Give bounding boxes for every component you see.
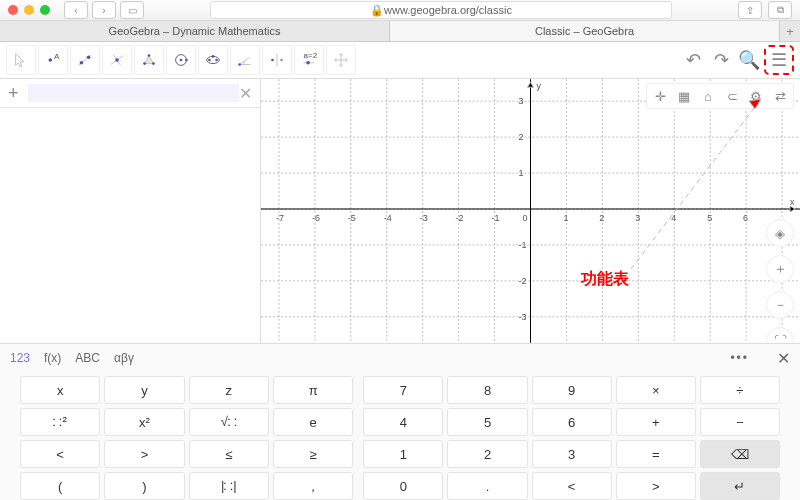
key-7[interactable]: 7 — [363, 376, 443, 404]
kb-more[interactable]: ••• — [730, 351, 749, 365]
key-,[interactable]: , — [273, 472, 353, 500]
svg-point-4 — [87, 56, 91, 60]
circle-tool[interactable] — [166, 45, 196, 75]
key-e[interactable]: e — [273, 408, 353, 436]
zoom-in[interactable]: ＋ — [766, 255, 794, 283]
svg-text:1: 1 — [519, 168, 524, 178]
kb-tab-fx[interactable]: f(x) — [44, 351, 61, 365]
sidebar-button[interactable]: ▭ — [120, 1, 144, 19]
key-≥[interactable]: ≥ — [273, 440, 353, 468]
ellipse-tool[interactable] — [198, 45, 228, 75]
toggle-grid[interactable]: ▦ — [673, 86, 695, 106]
zoom-out[interactable]: － — [766, 291, 794, 319]
key-)[interactable]: ) — [104, 472, 184, 500]
maximize-window[interactable] — [40, 5, 50, 15]
key-x[interactable]: x — [20, 376, 100, 404]
kb-tab-abc[interactable]: ABC — [75, 351, 100, 365]
key-π[interactable]: π — [273, 376, 353, 404]
svg-text:x: x — [790, 197, 795, 207]
address-bar[interactable]: 🔒 www.geogebra.org/classic — [210, 1, 672, 19]
close-window[interactable] — [8, 5, 18, 15]
share-button[interactable]: ⇪ — [738, 1, 762, 19]
key-0[interactable]: 0 — [363, 472, 443, 500]
key-<[interactable]: < — [532, 472, 612, 500]
fullscreen[interactable]: ⛶ — [766, 327, 794, 343]
key-5[interactable]: 5 — [447, 408, 527, 436]
key-⌫[interactable]: ⌫ — [700, 440, 780, 468]
new-tab[interactable]: + — [780, 21, 800, 41]
svg-text:-3: -3 — [420, 213, 428, 223]
key-.[interactable]: . — [447, 472, 527, 500]
move-view-tool[interactable] — [326, 45, 356, 75]
add-input[interactable]: + — [8, 83, 28, 104]
key-|⸬|[interactable]: |⸬| — [189, 472, 269, 500]
polygon-tool[interactable] — [134, 45, 164, 75]
svg-point-13 — [185, 59, 188, 62]
algebra-input[interactable] — [28, 84, 239, 102]
key-9[interactable]: 9 — [532, 376, 612, 404]
settings-button[interactable]: ⚙ — [745, 86, 767, 106]
key-y[interactable]: y — [104, 376, 184, 404]
key-÷[interactable]: ÷ — [700, 376, 780, 404]
graphics-view[interactable]: x y -7-6-5-4-3-2-1123456-3-2-11230 ✛ ▦ ⌂… — [261, 79, 800, 343]
svg-text:4: 4 — [671, 213, 676, 223]
forward-button[interactable]: › — [92, 1, 116, 19]
key->[interactable]: > — [616, 472, 696, 500]
reflect-tool[interactable] — [262, 45, 292, 75]
kb-close[interactable]: ✕ — [777, 349, 790, 368]
key-<[interactable]: < — [20, 440, 100, 468]
key-1[interactable]: 1 — [363, 440, 443, 468]
point-tool[interactable]: A — [38, 45, 68, 75]
key-=[interactable]: = — [616, 440, 696, 468]
line-tool[interactable] — [70, 45, 100, 75]
toggle-axes[interactable]: ✛ — [649, 86, 671, 106]
angle-tool[interactable] — [230, 45, 260, 75]
slider-tool[interactable]: a=2 — [294, 45, 324, 75]
window-titlebar: ‹ › ▭ 🔒 www.geogebra.org/classic ⇪ ⧉ — [0, 0, 800, 21]
key-2[interactable]: 2 — [447, 440, 527, 468]
svg-text:-7: -7 — [276, 213, 284, 223]
key-⸬²[interactable]: ⸬² — [20, 408, 100, 436]
key-x²[interactable]: x² — [104, 408, 184, 436]
menu-button[interactable]: ☰ — [764, 45, 794, 75]
kb-tab-greek[interactable]: αβγ — [114, 351, 134, 365]
minimize-window[interactable] — [24, 5, 34, 15]
key-√⸬[interactable]: √⸬ — [189, 408, 269, 436]
svg-text:-2: -2 — [456, 213, 464, 223]
redo-button[interactable]: ↷ — [708, 47, 734, 73]
svg-point-9 — [152, 62, 155, 65]
svg-text:y: y — [536, 81, 541, 91]
tool-toolbar: A a=2 ↶ ↷ 🔍 ☰ — [0, 42, 800, 79]
key->[interactable]: > — [104, 440, 184, 468]
search-button[interactable]: 🔍 — [736, 47, 762, 73]
view-style[interactable]: ⇄ — [769, 86, 791, 106]
key-+[interactable]: + — [616, 408, 696, 436]
snap-button[interactable]: ⊂ — [721, 86, 743, 106]
svg-text:-4: -4 — [384, 213, 392, 223]
undo-button[interactable]: ↶ — [680, 47, 706, 73]
key-×[interactable]: × — [616, 376, 696, 404]
locate-icon[interactable]: ◈ — [766, 219, 794, 247]
clear-input[interactable]: ✕ — [239, 84, 252, 103]
svg-point-21 — [280, 59, 283, 62]
kb-tab-123[interactable]: 123 — [10, 351, 30, 365]
tab-2[interactable]: Classic – GeoGebra — [390, 21, 780, 41]
cursor-tool[interactable] — [6, 45, 36, 75]
key-↵[interactable]: ↵ — [700, 472, 780, 500]
svg-text:-2: -2 — [519, 276, 527, 286]
key-8[interactable]: 8 — [447, 376, 527, 404]
home-view[interactable]: ⌂ — [697, 86, 719, 106]
svg-point-16 — [215, 59, 218, 62]
key-6[interactable]: 6 — [532, 408, 612, 436]
key-−[interactable]: − — [700, 408, 780, 436]
perp-tool[interactable] — [102, 45, 132, 75]
tab-1[interactable]: GeoGebra – Dynamic Mathematics — [0, 21, 390, 41]
back-button[interactable]: ‹ — [64, 1, 88, 19]
key-≤[interactable]: ≤ — [189, 440, 269, 468]
key-4[interactable]: 4 — [363, 408, 443, 436]
svg-point-3 — [80, 61, 84, 65]
tabs-button[interactable]: ⧉ — [768, 1, 792, 19]
key-z[interactable]: z — [189, 376, 269, 404]
key-([interactable]: ( — [20, 472, 100, 500]
key-3[interactable]: 3 — [532, 440, 612, 468]
